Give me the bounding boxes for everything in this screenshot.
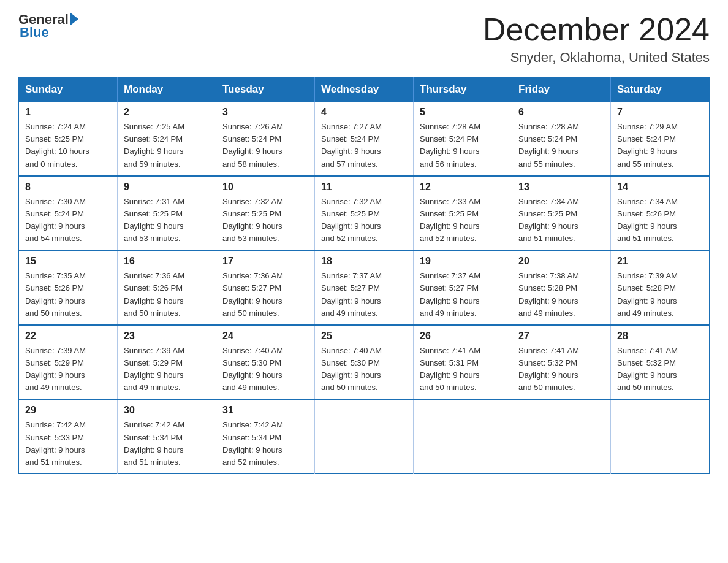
calendar-cell: 23Sunrise: 7:39 AMSunset: 5:29 PMDayligh… [118,325,216,400]
calendar-cell: 22Sunrise: 7:39 AMSunset: 5:29 PMDayligh… [19,325,118,400]
calendar-cell: 18Sunrise: 7:37 AMSunset: 5:27 PMDayligh… [315,250,414,325]
day-info: Sunrise: 7:42 AMSunset: 5:34 PMDaylight:… [124,419,210,469]
calendar-cell: 2Sunrise: 7:25 AMSunset: 5:24 PMDaylight… [118,102,216,176]
day-number: 9 [124,182,210,193]
calendar-cell: 19Sunrise: 7:37 AMSunset: 5:27 PMDayligh… [414,250,512,325]
day-number: 30 [124,405,210,416]
day-info: Sunrise: 7:34 AMSunset: 5:26 PMDaylight:… [617,196,703,245]
calendar-cell: 16Sunrise: 7:36 AMSunset: 5:26 PMDayligh… [118,250,216,325]
day-number: 16 [124,256,210,267]
weekday-header-wednesday: Wednesday [315,77,414,102]
day-number: 14 [617,182,703,193]
day-number: 23 [124,331,210,342]
logo-arrow-icon [70,12,78,26]
day-info: Sunrise: 7:26 AMSunset: 5:24 PMDaylight:… [222,121,308,170]
calendar-cell: 14Sunrise: 7:34 AMSunset: 5:26 PMDayligh… [611,176,710,251]
day-info: Sunrise: 7:36 AMSunset: 5:26 PMDaylight:… [124,270,210,320]
calendar-cell: 3Sunrise: 7:26 AMSunset: 5:24 PMDaylight… [216,102,315,176]
day-info: Sunrise: 7:32 AMSunset: 5:25 PMDaylight:… [222,196,308,245]
day-info: Sunrise: 7:40 AMSunset: 5:30 PMDaylight:… [321,345,407,394]
day-info: Sunrise: 7:35 AMSunset: 5:26 PMDaylight:… [25,270,111,320]
day-number: 4 [321,107,407,118]
calendar-cell: 5Sunrise: 7:28 AMSunset: 5:24 PMDaylight… [414,102,512,176]
calendar-cell: 28Sunrise: 7:41 AMSunset: 5:32 PMDayligh… [611,325,710,400]
logo: General Blue [18,12,78,40]
day-number: 12 [420,182,506,193]
calendar-cell: 13Sunrise: 7:34 AMSunset: 5:25 PMDayligh… [512,176,611,251]
calendar-cell: 15Sunrise: 7:35 AMSunset: 5:26 PMDayligh… [19,250,118,325]
calendar-cell [611,399,710,473]
day-number: 7 [617,107,703,118]
calendar-cell [512,399,611,473]
day-info: Sunrise: 7:41 AMSunset: 5:32 PMDaylight:… [617,345,703,394]
day-info: Sunrise: 7:39 AMSunset: 5:29 PMDaylight:… [124,345,210,394]
day-number: 10 [222,182,308,193]
calendar-week-row: 29Sunrise: 7:42 AMSunset: 5:33 PMDayligh… [19,399,710,473]
day-info: Sunrise: 7:32 AMSunset: 5:25 PMDaylight:… [321,196,407,245]
day-number: 19 [420,256,506,267]
title-block: December 2024 Snyder, Oklahoma, United S… [483,12,710,66]
weekday-header-friday: Friday [512,77,611,102]
weekday-header-sunday: Sunday [19,77,118,102]
day-number: 24 [222,331,308,342]
day-info: Sunrise: 7:39 AMSunset: 5:28 PMDaylight:… [617,270,703,320]
day-info: Sunrise: 7:41 AMSunset: 5:32 PMDaylight:… [518,345,604,394]
calendar-cell: 7Sunrise: 7:29 AMSunset: 5:24 PMDaylight… [611,102,710,176]
calendar-cell: 9Sunrise: 7:31 AMSunset: 5:25 PMDaylight… [118,176,216,251]
day-info: Sunrise: 7:25 AMSunset: 5:24 PMDaylight:… [124,121,210,170]
day-number: 15 [25,256,111,267]
day-info: Sunrise: 7:30 AMSunset: 5:24 PMDaylight:… [25,196,111,245]
day-number: 22 [25,331,111,342]
calendar-cell: 27Sunrise: 7:41 AMSunset: 5:32 PMDayligh… [512,325,611,400]
weekday-header-saturday: Saturday [611,77,710,102]
day-number: 8 [25,182,111,193]
logo-text-blue: Blue [18,25,78,40]
day-number: 29 [25,405,111,416]
day-info: Sunrise: 7:38 AMSunset: 5:28 PMDaylight:… [518,270,604,320]
day-number: 20 [518,256,604,267]
day-info: Sunrise: 7:37 AMSunset: 5:27 PMDaylight:… [420,270,506,320]
month-title: December 2024 [483,12,710,47]
calendar-week-row: 1Sunrise: 7:24 AMSunset: 5:25 PMDaylight… [19,102,710,176]
weekday-header-thursday: Thursday [414,77,512,102]
calendar-cell: 6Sunrise: 7:28 AMSunset: 5:24 PMDaylight… [512,102,611,176]
weekday-header-tuesday: Tuesday [216,77,315,102]
calendar-week-row: 15Sunrise: 7:35 AMSunset: 5:26 PMDayligh… [19,250,710,325]
day-info: Sunrise: 7:40 AMSunset: 5:30 PMDaylight:… [222,345,308,394]
day-number: 18 [321,256,407,267]
day-number: 31 [222,405,308,416]
calendar-cell: 26Sunrise: 7:41 AMSunset: 5:31 PMDayligh… [414,325,512,400]
calendar-cell: 29Sunrise: 7:42 AMSunset: 5:33 PMDayligh… [19,399,118,473]
calendar-cell: 25Sunrise: 7:40 AMSunset: 5:30 PMDayligh… [315,325,414,400]
weekday-header-monday: Monday [118,77,216,102]
day-info: Sunrise: 7:42 AMSunset: 5:33 PMDaylight:… [25,419,111,469]
day-info: Sunrise: 7:28 AMSunset: 5:24 PMDaylight:… [420,121,506,170]
day-info: Sunrise: 7:34 AMSunset: 5:25 PMDaylight:… [518,196,604,245]
day-number: 17 [222,256,308,267]
day-number: 2 [124,107,210,118]
day-info: Sunrise: 7:29 AMSunset: 5:24 PMDaylight:… [617,121,703,170]
calendar-cell: 21Sunrise: 7:39 AMSunset: 5:28 PMDayligh… [611,250,710,325]
calendar-cell: 20Sunrise: 7:38 AMSunset: 5:28 PMDayligh… [512,250,611,325]
day-info: Sunrise: 7:37 AMSunset: 5:27 PMDaylight:… [321,270,407,320]
day-number: 11 [321,182,407,193]
day-number: 27 [518,331,604,342]
day-info: Sunrise: 7:24 AMSunset: 5:25 PMDaylight:… [25,121,111,170]
day-number: 28 [617,331,703,342]
calendar-cell: 17Sunrise: 7:36 AMSunset: 5:27 PMDayligh… [216,250,315,325]
calendar-cell: 8Sunrise: 7:30 AMSunset: 5:24 PMDaylight… [19,176,118,251]
day-info: Sunrise: 7:31 AMSunset: 5:25 PMDaylight:… [124,196,210,245]
calendar-cell: 4Sunrise: 7:27 AMSunset: 5:24 PMDaylight… [315,102,414,176]
day-number: 1 [25,107,111,118]
day-info: Sunrise: 7:42 AMSunset: 5:34 PMDaylight:… [222,419,308,469]
calendar-cell [315,399,414,473]
day-number: 25 [321,331,407,342]
calendar-cell: 11Sunrise: 7:32 AMSunset: 5:25 PMDayligh… [315,176,414,251]
page-header: General Blue December 2024 Snyder, Oklah… [18,12,710,66]
day-number: 26 [420,331,506,342]
calendar-cell [414,399,512,473]
calendar-header-row: SundayMondayTuesdayWednesdayThursdayFrid… [19,77,710,102]
calendar-table: SundayMondayTuesdayWednesdayThursdayFrid… [18,77,710,474]
day-number: 21 [617,256,703,267]
day-info: Sunrise: 7:36 AMSunset: 5:27 PMDaylight:… [222,270,308,320]
